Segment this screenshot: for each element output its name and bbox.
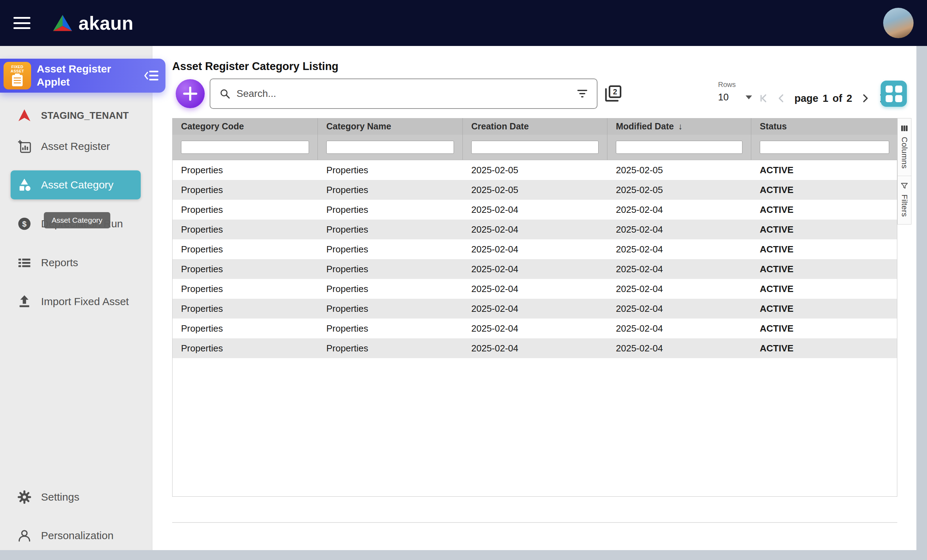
table-row[interactable]: PropertiesProperties2025-02-042025-02-04… xyxy=(173,200,897,220)
svg-text:2: 2 xyxy=(613,88,617,96)
sidebar-item-asset-register[interactable]: Asset Register xyxy=(11,132,141,161)
sidebar-item-reports[interactable]: Reports xyxy=(11,248,141,277)
chevron-down-icon xyxy=(746,96,752,99)
cell-modified-date: 2025-02-04 xyxy=(607,299,751,319)
column-filter-input-creation-date[interactable] xyxy=(471,141,599,154)
cell-creation-date: 2025-02-04 xyxy=(463,239,607,259)
cell-category-name: Properties xyxy=(318,180,463,200)
applet-icon-label: FIXED ASSET xyxy=(6,65,28,73)
table-header-row: Category CodeCategory NameCreation DateM… xyxy=(173,118,897,135)
grid-view-button[interactable] xyxy=(881,80,907,107)
column-filter-input-status[interactable] xyxy=(760,141,889,154)
sidebar-item-label: Asset Category xyxy=(41,179,114,191)
column-filter-input-category-code[interactable] xyxy=(181,141,309,154)
cell-status: ACTIVE xyxy=(751,220,898,239)
hamburger-bar xyxy=(14,22,30,24)
cell-creation-date: 2025-02-04 xyxy=(463,299,607,319)
columns-icon xyxy=(900,124,909,133)
column-filter-input-category-name[interactable] xyxy=(326,141,454,154)
cell-category-name: Properties xyxy=(318,220,463,239)
cell-status: ACTIVE xyxy=(751,180,898,200)
sidebar-item-asset-category[interactable]: Asset Category xyxy=(11,170,141,199)
total-pages-number: 2 xyxy=(846,93,852,104)
brand-logo: akaun xyxy=(52,12,134,34)
asset-category-icon xyxy=(17,178,32,192)
filter-lines-icon[interactable] xyxy=(577,89,588,98)
grid-square xyxy=(895,85,902,93)
sidebar-item-label: Import Fixed Asset xyxy=(41,296,129,308)
cell-modified-date: 2025-02-04 xyxy=(607,239,751,259)
settings-icon xyxy=(17,490,32,504)
table-row[interactable]: PropertiesProperties2025-02-042025-02-04… xyxy=(173,338,897,358)
cell-modified-date: 2025-02-05 xyxy=(607,180,751,200)
column-header-creation-date[interactable]: Creation Date xyxy=(463,118,607,135)
cell-category-name: Properties xyxy=(318,299,463,319)
search-icon xyxy=(220,88,230,99)
column-header-label: Creation Date xyxy=(471,121,529,132)
top-navbar: akaun xyxy=(0,0,927,46)
filter-cell xyxy=(463,135,607,160)
cell-status: ACTIVE xyxy=(751,279,898,299)
applet-header[interactable]: FIXED ASSET Asset Register Applet xyxy=(0,59,166,93)
side-tab-columns[interactable]: Columns xyxy=(898,118,911,176)
sort-desc-icon[interactable]: ↓ xyxy=(678,121,683,132)
column-filter-input-modified-date[interactable] xyxy=(616,141,742,154)
cell-creation-date: 2025-02-04 xyxy=(463,279,607,299)
table-row[interactable]: PropertiesProperties2025-02-052025-02-05… xyxy=(173,180,897,200)
column-header-modified-date[interactable]: Modified Date↓ xyxy=(607,118,751,135)
table-row[interactable]: PropertiesProperties2025-02-042025-02-04… xyxy=(173,259,897,279)
cell-creation-date: 2025-02-04 xyxy=(463,220,607,239)
grid-square xyxy=(895,95,902,102)
search-input[interactable] xyxy=(237,88,571,99)
next-page-button[interactable] xyxy=(858,91,872,106)
pagination: page 1 of 2 xyxy=(756,89,890,108)
table-row[interactable]: PropertiesProperties2025-02-042025-02-04… xyxy=(173,319,897,338)
column-header-category-code[interactable]: Category Code xyxy=(173,118,318,135)
sidebar-item-staging-tenant[interactable]: STAGING_TENANT xyxy=(11,101,141,130)
column-header-category-name[interactable]: Category Name xyxy=(318,118,463,135)
table-body: PropertiesProperties2025-02-052025-02-05… xyxy=(173,160,897,358)
duplicate-page-icon[interactable]: 2 xyxy=(603,83,623,104)
column-header-label: Status xyxy=(760,121,787,132)
hamburger-bar xyxy=(14,17,30,19)
cell-category-code: Properties xyxy=(173,299,318,319)
menu-icon[interactable] xyxy=(14,17,30,29)
category-listing-table: Category CodeCategory NameCreation DateM… xyxy=(172,118,897,497)
side-tab-label: Filters xyxy=(900,194,909,217)
sidebar-item-label: Asset Register xyxy=(41,140,110,152)
table-row[interactable]: PropertiesProperties2025-02-042025-02-04… xyxy=(173,299,897,319)
cell-status: ACTIVE xyxy=(751,200,898,220)
collapse-sidebar-icon[interactable] xyxy=(144,70,159,82)
current-page-number: 1 xyxy=(823,93,828,104)
cell-creation-date: 2025-02-05 xyxy=(463,160,607,180)
cell-creation-date: 2025-02-04 xyxy=(463,259,607,279)
sidebar-item-label: Settings xyxy=(41,491,79,503)
filter-cell xyxy=(607,135,751,160)
cell-modified-date: 2025-02-04 xyxy=(607,319,751,338)
previous-page-button[interactable] xyxy=(774,91,789,106)
table-row[interactable]: PropertiesProperties2025-02-042025-02-04… xyxy=(173,220,897,239)
sidebar-item-personalization[interactable]: Personalization xyxy=(11,521,141,550)
rows-per-page-select[interactable]: 10 xyxy=(718,92,752,103)
sidebar-item-import-fixed-asset[interactable]: Import Fixed Asset xyxy=(11,287,141,316)
cell-category-code: Properties xyxy=(173,200,318,220)
add-button[interactable] xyxy=(176,79,205,108)
reports-icon xyxy=(17,255,32,270)
sidebar-item-settings[interactable]: Settings xyxy=(11,483,141,511)
cell-creation-date: 2025-02-04 xyxy=(463,338,607,358)
side-tab-filters[interactable]: Filters xyxy=(898,176,911,224)
user-avatar[interactable] xyxy=(883,8,913,38)
first-page-button[interactable] xyxy=(756,91,771,106)
table-row[interactable]: PropertiesProperties2025-02-042025-02-04… xyxy=(173,239,897,259)
column-header-label: Category Name xyxy=(326,121,391,132)
table-row[interactable]: PropertiesProperties2025-02-042025-02-04… xyxy=(173,279,897,299)
cell-category-code: Properties xyxy=(173,239,318,259)
column-header-label: Modified Date xyxy=(616,121,674,132)
cell-category-code: Properties xyxy=(173,259,318,279)
table-row[interactable]: PropertiesProperties2025-02-052025-02-05… xyxy=(173,160,897,180)
tenant-icon xyxy=(17,108,32,123)
svg-text:$: $ xyxy=(22,220,26,228)
asset-register-icon xyxy=(17,139,32,154)
cell-status: ACTIVE xyxy=(751,160,898,180)
column-header-status[interactable]: Status xyxy=(751,118,898,135)
